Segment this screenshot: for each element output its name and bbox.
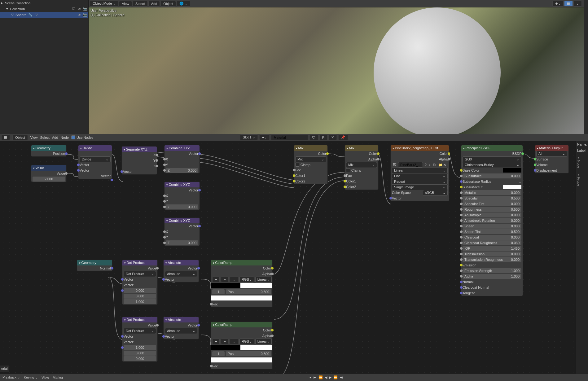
node-title[interactable]: Dot Product bbox=[122, 317, 157, 322]
node-vector-math-absolute[interactable]: Absolute Vector Absolute⌄ Vector bbox=[163, 260, 199, 282]
color-socket[interactable] bbox=[271, 329, 274, 331]
eye-icon[interactable]: 👁 bbox=[77, 13, 81, 17]
shading-dropdown[interactable]: ⌄ bbox=[573, 1, 582, 7]
value-socket[interactable] bbox=[65, 172, 68, 175]
sss-method-dropdown[interactable]: Christensen-Burley⌄ bbox=[463, 162, 521, 168]
value-socket[interactable] bbox=[163, 164, 166, 166]
node-vector-math-dot[interactable]: Dot Product Value Dot Product⌄ Vector Ve… bbox=[122, 317, 158, 362]
vector-socket[interactable] bbox=[121, 170, 123, 173]
pin-icon[interactable]: 🛡 bbox=[309, 135, 318, 140]
position-field[interactable]: Pos0.500 bbox=[226, 289, 271, 294]
menu-view[interactable]: View bbox=[42, 376, 49, 379]
color-socket[interactable] bbox=[448, 152, 450, 155]
vector-socket[interactable] bbox=[77, 169, 80, 172]
menu-keying[interactable]: Keying ⌄ bbox=[24, 375, 38, 379]
sphere-item[interactable]: ▽ Sphere 🔧 ▽ 👁 📷 bbox=[0, 12, 88, 18]
menu-icon[interactable]: ⌄ bbox=[230, 339, 238, 344]
target-dropdown[interactable]: All⌄ bbox=[536, 151, 567, 157]
menu-view[interactable]: View bbox=[30, 136, 38, 139]
node-principled-bsdf[interactable]: Principled BSDF BSDF GGX⌄ Christensen-Bu… bbox=[461, 145, 523, 296]
fac-socket[interactable] bbox=[293, 169, 295, 171]
vector-socket[interactable] bbox=[111, 179, 113, 181]
checkbox-icon[interactable]: ☑ bbox=[72, 7, 76, 11]
node-title[interactable]: Combine XYZ bbox=[165, 182, 200, 187]
extension-dropdown[interactable]: Repeat⌄ bbox=[392, 179, 448, 185]
x-field[interactable]: 0.000 bbox=[124, 288, 156, 293]
new-icon[interactable]: ⎘ bbox=[433, 163, 438, 167]
node-combine-xyz[interactable]: Combine XYZ Vector X Y Z0.000 bbox=[164, 145, 200, 173]
menu-marker[interactable]: Marker bbox=[53, 376, 63, 379]
value-socket[interactable] bbox=[156, 324, 159, 326]
projection-dropdown[interactable]: Flat⌄ bbox=[392, 173, 448, 179]
alpha-socket[interactable] bbox=[271, 335, 274, 337]
color-swatch[interactable] bbox=[503, 168, 521, 173]
node-image-texture[interactable]: PineBark2_heightmap_XL.tif Color Alpha 🖼… bbox=[390, 145, 449, 201]
camera-icon[interactable]: 📷 bbox=[83, 13, 87, 17]
node-title[interactable]: Geometry bbox=[77, 260, 112, 265]
alpha-socket[interactable] bbox=[271, 273, 274, 275]
node-combine-xyz[interactable]: Combine XYZ Vector X Y Z0.000 bbox=[164, 182, 200, 210]
slot-selector[interactable]: Slot 1 ⌄ bbox=[240, 134, 258, 140]
open-icon[interactable]: 📁 bbox=[438, 163, 443, 167]
vector-socket[interactable] bbox=[198, 152, 201, 155]
node-title[interactable]: Principled BSDF bbox=[461, 145, 523, 151]
overlays-toggle[interactable]: ▦ bbox=[564, 1, 573, 7]
menu-add[interactable]: Add bbox=[52, 136, 58, 139]
object-mode[interactable]: Object bbox=[12, 135, 28, 140]
orientation-dropdown[interactable]: 🌐 ⌄ bbox=[177, 1, 190, 7]
menu-node[interactable]: Node bbox=[61, 136, 69, 139]
vector-socket[interactable] bbox=[197, 267, 200, 269]
menu-object[interactable]: Object bbox=[160, 1, 176, 7]
menu-add[interactable]: Add bbox=[148, 1, 160, 7]
node-title[interactable]: PineBark2_heightmap_XL.tif bbox=[391, 145, 449, 151]
node-title[interactable]: Material Output bbox=[535, 145, 568, 151]
menu-select[interactable]: Select bbox=[40, 136, 50, 139]
node-color-ramp[interactable]: ColorRamp Color Alpha + − ⌄ RGB⌄ Linear⌄… bbox=[211, 260, 273, 307]
y-field[interactable]: 0.000 bbox=[124, 351, 156, 356]
remove-stop-icon[interactable]: − bbox=[221, 339, 228, 344]
image-name-field[interactable] bbox=[398, 162, 423, 168]
node-material-output[interactable]: Material Output All⌄ Surface Volume Disp… bbox=[535, 145, 569, 173]
vector-socket[interactable] bbox=[198, 225, 201, 227]
pin-material-icon[interactable]: 📌 bbox=[338, 134, 348, 140]
side-tab-node[interactable]: Node bbox=[576, 154, 581, 171]
node-title[interactable]: Mix bbox=[345, 145, 378, 151]
value-socket[interactable] bbox=[163, 200, 166, 203]
alpha-socket[interactable] bbox=[448, 158, 450, 160]
operation-dropdown[interactable]: Absolute⌄ bbox=[165, 271, 197, 277]
node-mix-rgb[interactable]: Mix Color Alpha Mix⌄ Clamp Fac Color1 Co… bbox=[344, 145, 379, 190]
keyframe-prev-icon[interactable]: ⏪ bbox=[318, 375, 323, 379]
jump-start-icon[interactable]: ⏮ bbox=[313, 375, 317, 379]
node-mix-rgb[interactable]: Mix Color Mix⌄ Clamp Fac Color1 Color2 bbox=[294, 145, 328, 184]
x-field[interactable]: 1.000 bbox=[124, 345, 156, 350]
color-swatch[interactable] bbox=[211, 295, 272, 301]
color-mode-dropdown[interactable]: RGB⌄ bbox=[239, 339, 254, 344]
value-socket[interactable] bbox=[156, 165, 158, 167]
menu-playback[interactable]: Playback ⌄ bbox=[2, 375, 20, 379]
node-value[interactable]: Value Value 2.000 bbox=[31, 165, 67, 182]
node-title[interactable]: Combine XYZ bbox=[165, 145, 200, 151]
position-field[interactable]: Pos0.500 bbox=[226, 351, 271, 356]
unlink-icon[interactable]: ✕ bbox=[328, 134, 337, 140]
colorspace-dropdown[interactable]: sRGB⌄ bbox=[423, 190, 448, 196]
node-geometry[interactable]: Geometry Position bbox=[31, 145, 67, 157]
color-socket[interactable] bbox=[344, 186, 346, 188]
distribution-dropdown[interactable]: GGX⌄ bbox=[463, 156, 521, 162]
viewport-3d[interactable]: Object Mode ⌄ View Select Add Object 🌐 ⌄… bbox=[89, 0, 584, 134]
z-field[interactable]: Z0.000 bbox=[166, 204, 198, 209]
blend-dropdown[interactable]: Mix⌄ bbox=[295, 156, 326, 162]
blend-dropdown[interactable]: Mix⌄ bbox=[346, 162, 377, 168]
node-title[interactable]: Value bbox=[31, 165, 66, 171]
node-vector-math-divide[interactable]: Divide Divide⌄ Vector Vector Vector bbox=[78, 145, 112, 179]
operation-dropdown[interactable]: Absolute⌄ bbox=[165, 328, 197, 334]
node-vector-math-absolute[interactable]: Absolute Vector Absolute⌄ Vector bbox=[163, 317, 199, 339]
value-socket[interactable] bbox=[163, 195, 166, 197]
vector-socket[interactable] bbox=[198, 189, 201, 191]
gizmo-toggle[interactable]: ⊕⌄ bbox=[552, 1, 564, 7]
node-title[interactable]: Separate XYZ bbox=[122, 147, 157, 152]
color-socket[interactable] bbox=[271, 267, 274, 269]
vector-socket[interactable] bbox=[111, 267, 113, 269]
viewport-render[interactable] bbox=[89, 7, 584, 134]
node-title[interactable]: ColorRamp bbox=[211, 322, 272, 327]
vector-socket[interactable] bbox=[389, 197, 392, 199]
